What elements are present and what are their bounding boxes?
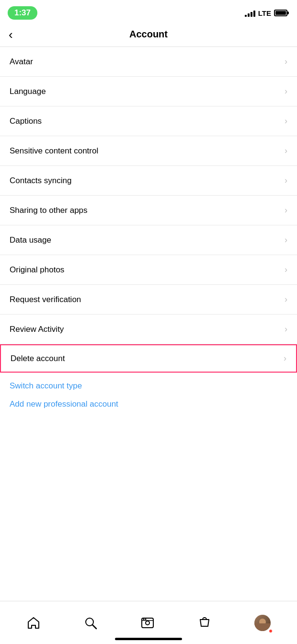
lte-label: LTE bbox=[258, 9, 271, 17]
status-right: LTE bbox=[245, 9, 287, 17]
profile-avatar bbox=[254, 615, 271, 631]
chevron-icon: › bbox=[285, 86, 287, 96]
home-indicator bbox=[115, 638, 182, 640]
menu-item-label: Sharing to other apps bbox=[10, 206, 88, 215]
page-header: ‹ Account bbox=[0, 24, 297, 47]
chevron-icon: › bbox=[284, 353, 286, 363]
chevron-icon: › bbox=[285, 324, 287, 334]
chevron-icon: › bbox=[285, 57, 287, 67]
menu-item-language[interactable]: Language › bbox=[0, 77, 297, 106]
svg-point-3 bbox=[146, 621, 149, 625]
menu-item-data-usage[interactable]: Data usage › bbox=[0, 225, 297, 255]
signal-bars-icon bbox=[245, 9, 255, 17]
nav-item-search[interactable] bbox=[77, 611, 104, 635]
chevron-icon: › bbox=[285, 176, 287, 186]
battery-icon bbox=[274, 10, 287, 16]
menu-item-label: Delete account bbox=[11, 354, 65, 363]
menu-item-label: Sensitive content control bbox=[10, 146, 98, 156]
link-section: Switch account type Add new professional… bbox=[0, 373, 297, 418]
battery-fill bbox=[275, 11, 286, 15]
menu-item-label: Review Activity bbox=[10, 325, 64, 334]
menu-item-label: Avatar bbox=[10, 57, 33, 67]
menu-item-request-verification[interactable]: Request verification › bbox=[0, 285, 297, 315]
reels-icon bbox=[140, 616, 155, 630]
menu-list: Avatar › Language › Captions › Sensitive… bbox=[0, 47, 297, 373]
status-time: 1:37 bbox=[8, 6, 37, 20]
menu-item-original-photos[interactable]: Original photos › bbox=[0, 255, 297, 285]
chevron-icon: › bbox=[285, 265, 287, 275]
menu-item-label: Contacts syncing bbox=[10, 176, 71, 186]
svg-line-1 bbox=[92, 625, 96, 629]
back-button[interactable]: ‹ bbox=[9, 28, 13, 41]
menu-item-contacts-syncing[interactable]: Contacts syncing › bbox=[0, 166, 297, 196]
nav-item-home[interactable] bbox=[20, 611, 47, 635]
menu-item-label: Captions bbox=[10, 117, 42, 126]
menu-item-delete-account[interactable]: Delete account › bbox=[0, 344, 297, 373]
menu-item-sensitive-content[interactable]: Sensitive content control › bbox=[0, 136, 297, 166]
switch-account-type-link[interactable]: Switch account type bbox=[10, 381, 287, 391]
menu-item-review-activity[interactable]: Review Activity › bbox=[0, 315, 297, 344]
menu-item-sharing[interactable]: Sharing to other apps › bbox=[0, 196, 297, 225]
menu-item-label: Request verification bbox=[10, 295, 81, 304]
menu-item-label: Data usage bbox=[10, 235, 51, 245]
menu-item-label: Language bbox=[10, 87, 46, 96]
chevron-icon: › bbox=[285, 205, 287, 215]
chevron-icon: › bbox=[285, 294, 287, 304]
nav-item-reels[interactable] bbox=[134, 611, 161, 635]
nav-item-profile[interactable] bbox=[248, 610, 277, 636]
page-title: Account bbox=[129, 29, 168, 40]
menu-item-captions[interactable]: Captions › bbox=[0, 106, 297, 136]
home-icon bbox=[26, 616, 41, 630]
svg-point-6 bbox=[145, 619, 146, 620]
menu-item-avatar[interactable]: Avatar › bbox=[0, 47, 297, 77]
status-bar: 1:37 LTE bbox=[0, 0, 297, 24]
search-icon bbox=[83, 616, 98, 630]
add-professional-account-link[interactable]: Add new professional account bbox=[10, 399, 287, 409]
notification-dot bbox=[269, 629, 273, 633]
chevron-icon: › bbox=[285, 116, 287, 126]
svg-point-5 bbox=[143, 619, 144, 620]
nav-item-shop[interactable] bbox=[191, 611, 218, 635]
menu-item-label: Original photos bbox=[10, 265, 64, 275]
chevron-icon: › bbox=[285, 146, 287, 156]
chevron-icon: › bbox=[285, 235, 287, 245]
shop-icon bbox=[197, 616, 212, 630]
